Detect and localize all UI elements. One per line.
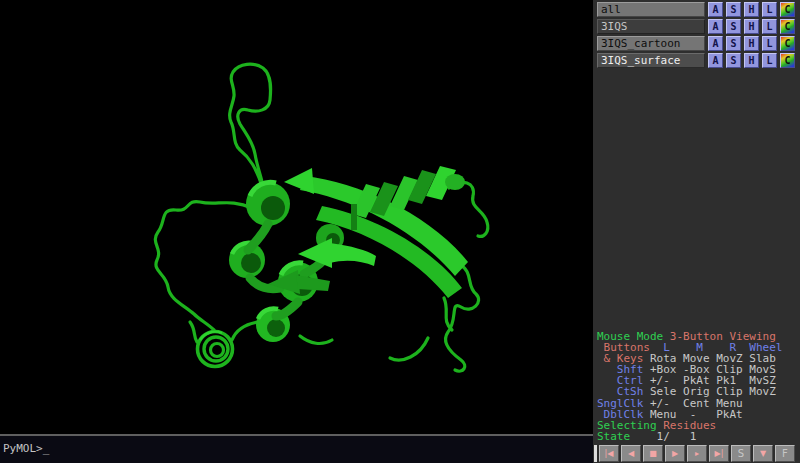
mouse-mode-panel: Mouse Mode 3-Button Viewing Buttons L M … <box>597 331 782 442</box>
hide-button-h[interactable]: H <box>744 53 759 68</box>
object-name-3iqs-cartoon[interactable]: 3IQS_cartoon <box>597 36 705 51</box>
fast-forward-end-button[interactable]: ▶| <box>709 445 729 462</box>
hide-button-h[interactable]: H <box>744 19 759 34</box>
show-button-s[interactable]: S <box>726 19 741 34</box>
show-button-s[interactable]: S <box>726 36 741 51</box>
command-prompt: PyMOL> <box>3 442 43 455</box>
hide-button-h[interactable]: H <box>744 36 759 51</box>
f-button[interactable]: F <box>775 445 795 462</box>
command-line-bar[interactable]: PyMOL>_ <box>0 434 593 463</box>
s-button[interactable]: S <box>731 445 751 462</box>
object-name-3iqs-surface[interactable]: 3IQS_surface <box>597 53 705 68</box>
object-row-3iqs: 3IQS A S H L C <box>593 19 800 34</box>
object-row-3iqs-surface: 3IQS_surface A S H L C <box>593 53 800 68</box>
object-name-3iqs[interactable]: 3IQS <box>597 19 705 34</box>
action-button-a[interactable]: A <box>708 36 723 51</box>
action-button-a[interactable]: A <box>708 19 723 34</box>
command-cursor: _ <box>43 442 50 455</box>
down-arrow-button[interactable]: ▼ <box>753 445 773 462</box>
side-panel: all A S H L C 3IQS A S H L C 3IQS_cartoo… <box>593 0 800 463</box>
label-button-l[interactable]: L <box>762 19 777 34</box>
hide-button-h[interactable]: H <box>744 2 759 17</box>
show-button-s[interactable]: S <box>726 53 741 68</box>
step-forward-button[interactable]: ▸ <box>687 445 707 462</box>
rewind-start-button[interactable]: |◀ <box>599 445 619 462</box>
label-button-l[interactable]: L <box>762 53 777 68</box>
label-button-l[interactable]: L <box>762 2 777 17</box>
viewport-3d[interactable] <box>0 0 593 434</box>
color-button-c[interactable]: C <box>780 2 795 17</box>
step-back-button[interactable]: ◀ <box>621 445 641 462</box>
playback-transport: |◀ ◀ ■ ▶ ▸ ▶| S ▼ F <box>593 444 800 463</box>
action-button-a[interactable]: A <box>708 53 723 68</box>
scroll-tick <box>594 445 597 462</box>
label-button-l[interactable]: L <box>762 36 777 51</box>
stop-button[interactable]: ■ <box>643 445 663 462</box>
protein-cartoon-3iqs <box>0 0 593 434</box>
color-button-c[interactable]: C <box>780 19 795 34</box>
color-button-c[interactable]: C <box>780 36 795 51</box>
color-button-c[interactable]: C <box>780 53 795 68</box>
action-button-a[interactable]: A <box>708 2 723 17</box>
show-button-s[interactable]: S <box>726 2 741 17</box>
object-name-all[interactable]: all <box>597 2 705 17</box>
play-button[interactable]: ▶ <box>665 445 685 462</box>
object-row-all: all A S H L C <box>593 2 800 17</box>
state-line[interactable]: State 1/ 1 <box>597 431 782 442</box>
object-list: all A S H L C 3IQS A S H L C 3IQS_cartoo… <box>593 0 800 70</box>
object-row-3iqs-cartoon: 3IQS_cartoon A S H L C <box>593 36 800 51</box>
